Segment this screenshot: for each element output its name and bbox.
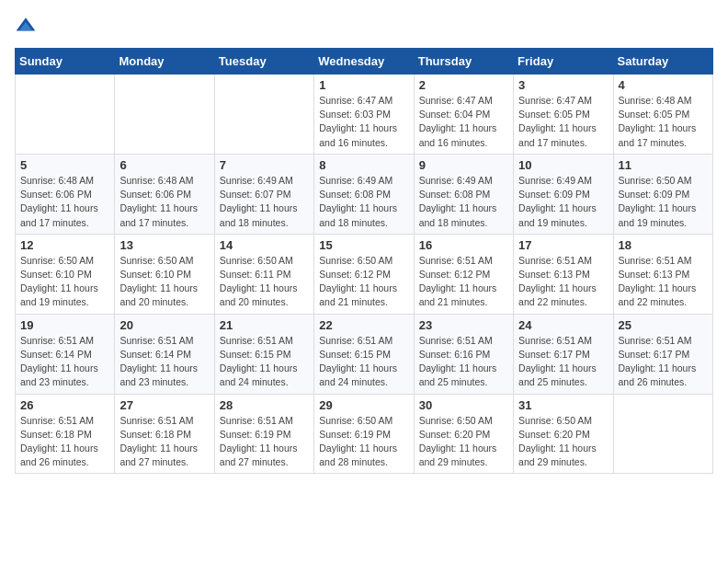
day-of-week-header: Monday <box>115 49 214 75</box>
day-number: 18 <box>619 238 708 252</box>
calendar-day-cell: 26Sunrise: 6:51 AMSunset: 6:18 PMDayligh… <box>16 394 115 474</box>
day-of-week-header: Thursday <box>414 49 513 75</box>
day-info: Sunrise: 6:48 AMSunset: 6:05 PMDaylight:… <box>619 94 708 150</box>
day-number: 27 <box>119 398 209 412</box>
day-info: Sunrise: 6:47 AMSunset: 6:03 PMDaylight:… <box>319 94 408 150</box>
day-info: Sunrise: 6:51 AMSunset: 6:16 PMDaylight:… <box>419 334 508 390</box>
day-number: 2 <box>419 78 508 92</box>
calendar-week-row: 1Sunrise: 6:47 AMSunset: 6:03 PMDaylight… <box>16 75 713 155</box>
day-info: Sunrise: 6:50 AMSunset: 6:12 PMDaylight:… <box>319 254 408 310</box>
calendar-day-cell: 20Sunrise: 6:51 AMSunset: 6:14 PMDayligh… <box>115 314 214 394</box>
day-number: 25 <box>619 318 708 332</box>
calendar-day-cell <box>115 75 214 155</box>
calendar-day-cell: 17Sunrise: 6:51 AMSunset: 6:13 PMDayligh… <box>514 234 613 314</box>
day-of-week-header: Friday <box>514 49 613 75</box>
day-info: Sunrise: 6:49 AMSunset: 6:08 PMDaylight:… <box>419 174 508 230</box>
calendar-day-cell: 31Sunrise: 6:50 AMSunset: 6:20 PMDayligh… <box>514 394 613 474</box>
day-info: Sunrise: 6:51 AMSunset: 6:17 PMDaylight:… <box>518 334 608 390</box>
calendar-day-cell: 11Sunrise: 6:50 AMSunset: 6:09 PMDayligh… <box>613 154 712 234</box>
calendar-day-cell: 19Sunrise: 6:51 AMSunset: 6:14 PMDayligh… <box>16 314 115 394</box>
day-number: 26 <box>20 398 109 412</box>
calendar-day-cell: 5Sunrise: 6:48 AMSunset: 6:06 PMDaylight… <box>16 154 115 234</box>
day-info: Sunrise: 6:51 AMSunset: 6:19 PMDaylight:… <box>220 414 309 470</box>
day-info: Sunrise: 6:51 AMSunset: 6:13 PMDaylight:… <box>518 254 608 310</box>
calendar-header: SundayMondayTuesdayWednesdayThursdayFrid… <box>16 49 713 75</box>
day-number: 11 <box>619 158 708 172</box>
calendar-day-cell: 10Sunrise: 6:49 AMSunset: 6:09 PMDayligh… <box>514 154 613 234</box>
day-number: 22 <box>319 318 408 332</box>
day-info: Sunrise: 6:50 AMSunset: 6:10 PMDaylight:… <box>20 254 109 310</box>
day-info: Sunrise: 6:50 AMSunset: 6:10 PMDaylight:… <box>119 254 209 310</box>
day-info: Sunrise: 6:51 AMSunset: 6:14 PMDaylight:… <box>119 334 209 390</box>
day-number: 9 <box>419 158 508 172</box>
day-info: Sunrise: 6:50 AMSunset: 6:20 PMDaylight:… <box>518 414 608 470</box>
calendar-day-cell: 23Sunrise: 6:51 AMSunset: 6:16 PMDayligh… <box>414 314 513 394</box>
day-info: Sunrise: 6:50 AMSunset: 6:09 PMDaylight:… <box>619 174 708 230</box>
day-info: Sunrise: 6:51 AMSunset: 6:18 PMDaylight:… <box>119 414 209 470</box>
calendar-day-cell <box>613 394 712 474</box>
calendar-day-cell: 14Sunrise: 6:50 AMSunset: 6:11 PMDayligh… <box>214 234 313 314</box>
calendar-day-cell: 29Sunrise: 6:50 AMSunset: 6:19 PMDayligh… <box>314 394 414 474</box>
calendar-day-cell: 16Sunrise: 6:51 AMSunset: 6:12 PMDayligh… <box>414 234 513 314</box>
calendar-day-cell: 9Sunrise: 6:49 AMSunset: 6:08 PMDaylight… <box>414 154 513 234</box>
day-number: 20 <box>119 318 209 332</box>
day-of-week-header: Tuesday <box>214 49 313 75</box>
calendar-day-cell: 12Sunrise: 6:50 AMSunset: 6:10 PMDayligh… <box>16 234 115 314</box>
calendar-day-cell: 24Sunrise: 6:51 AMSunset: 6:17 PMDayligh… <box>514 314 613 394</box>
day-number: 30 <box>419 398 508 412</box>
day-info: Sunrise: 6:48 AMSunset: 6:06 PMDaylight:… <box>119 174 209 230</box>
calendar-day-cell: 30Sunrise: 6:50 AMSunset: 6:20 PMDayligh… <box>414 394 513 474</box>
day-number: 7 <box>220 158 309 172</box>
day-info: Sunrise: 6:51 AMSunset: 6:18 PMDaylight:… <box>20 414 109 470</box>
day-number: 31 <box>518 398 608 412</box>
day-info: Sunrise: 6:50 AMSunset: 6:11 PMDaylight:… <box>220 254 309 310</box>
day-number: 8 <box>319 158 408 172</box>
day-info: Sunrise: 6:47 AMSunset: 6:04 PMDaylight:… <box>419 94 508 150</box>
day-number: 6 <box>119 158 209 172</box>
day-info: Sunrise: 6:51 AMSunset: 6:13 PMDaylight:… <box>619 254 708 310</box>
day-number: 14 <box>220 238 309 252</box>
calendar-day-cell: 8Sunrise: 6:49 AMSunset: 6:08 PMDaylight… <box>314 154 414 234</box>
day-number: 5 <box>20 158 109 172</box>
calendar-day-cell: 6Sunrise: 6:48 AMSunset: 6:06 PMDaylight… <box>115 154 214 234</box>
day-number: 10 <box>518 158 608 172</box>
calendar-day-cell: 25Sunrise: 6:51 AMSunset: 6:17 PMDayligh… <box>613 314 712 394</box>
calendar-day-cell: 28Sunrise: 6:51 AMSunset: 6:19 PMDayligh… <box>214 394 313 474</box>
calendar-day-cell <box>214 75 313 155</box>
day-info: Sunrise: 6:49 AMSunset: 6:09 PMDaylight:… <box>518 174 608 230</box>
day-number: 17 <box>518 238 608 252</box>
logo-icon <box>15 15 37 37</box>
calendar-day-cell: 13Sunrise: 6:50 AMSunset: 6:10 PMDayligh… <box>115 234 214 314</box>
day-info: Sunrise: 6:51 AMSunset: 6:12 PMDaylight:… <box>419 254 508 310</box>
calendar-week-row: 26Sunrise: 6:51 AMSunset: 6:18 PMDayligh… <box>16 394 713 474</box>
day-number: 28 <box>220 398 309 412</box>
day-of-week-header: Sunday <box>16 49 115 75</box>
calendar-day-cell: 1Sunrise: 6:47 AMSunset: 6:03 PMDaylight… <box>314 75 414 155</box>
day-number: 21 <box>220 318 309 332</box>
calendar-day-cell: 2Sunrise: 6:47 AMSunset: 6:04 PMDaylight… <box>414 75 513 155</box>
day-number: 15 <box>319 238 408 252</box>
day-info: Sunrise: 6:50 AMSunset: 6:20 PMDaylight:… <box>419 414 508 470</box>
calendar-body: 1Sunrise: 6:47 AMSunset: 6:03 PMDaylight… <box>16 75 713 474</box>
day-of-week-header: Saturday <box>613 49 712 75</box>
day-info: Sunrise: 6:50 AMSunset: 6:19 PMDaylight:… <box>319 414 408 470</box>
calendar-table: SundayMondayTuesdayWednesdayThursdayFrid… <box>15 48 713 474</box>
calendar-day-cell: 27Sunrise: 6:51 AMSunset: 6:18 PMDayligh… <box>115 394 214 474</box>
day-number: 29 <box>319 398 408 412</box>
calendar-day-cell: 3Sunrise: 6:47 AMSunset: 6:05 PMDaylight… <box>514 75 613 155</box>
day-info: Sunrise: 6:51 AMSunset: 6:14 PMDaylight:… <box>20 334 109 390</box>
day-number: 1 <box>319 78 408 92</box>
days-of-week-row: SundayMondayTuesdayWednesdayThursdayFrid… <box>16 49 713 75</box>
day-number: 16 <box>419 238 508 252</box>
day-info: Sunrise: 6:47 AMSunset: 6:05 PMDaylight:… <box>518 94 608 150</box>
day-number: 19 <box>20 318 109 332</box>
day-info: Sunrise: 6:51 AMSunset: 6:15 PMDaylight:… <box>319 334 408 390</box>
calendar-week-row: 12Sunrise: 6:50 AMSunset: 6:10 PMDayligh… <box>16 234 713 314</box>
day-info: Sunrise: 6:49 AMSunset: 6:08 PMDaylight:… <box>319 174 408 230</box>
day-number: 12 <box>20 238 109 252</box>
day-number: 3 <box>518 78 608 92</box>
calendar-day-cell: 18Sunrise: 6:51 AMSunset: 6:13 PMDayligh… <box>613 234 712 314</box>
day-info: Sunrise: 6:48 AMSunset: 6:06 PMDaylight:… <box>20 174 109 230</box>
day-info: Sunrise: 6:51 AMSunset: 6:15 PMDaylight:… <box>220 334 309 390</box>
calendar-day-cell: 22Sunrise: 6:51 AMSunset: 6:15 PMDayligh… <box>314 314 414 394</box>
